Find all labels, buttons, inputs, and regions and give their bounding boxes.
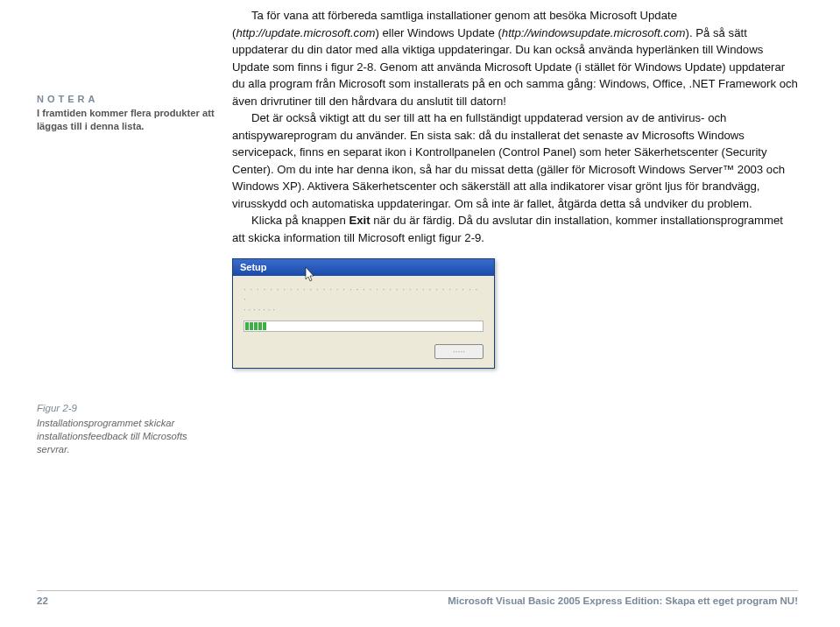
- paragraph-2: Det är också viktigt att du ser till att…: [232, 109, 798, 212]
- dialog-titlebar: Setup: [233, 259, 494, 276]
- dialog-text-2: · · · · · · ·: [244, 305, 484, 314]
- progress-bar: [244, 321, 484, 332]
- dialog-body: · · · · · · · · · · · · · · · · · · · · …: [233, 276, 494, 339]
- figure-text: Installationsprogrammet skickar installa…: [37, 417, 216, 456]
- exit-label: Exit: [349, 214, 370, 227]
- note-box: NOTERA I framtiden kommer flera produkte…: [37, 93, 216, 133]
- note-title: NOTERA: [37, 93, 216, 106]
- page-number: 22: [37, 595, 48, 606]
- page-footer: 22 Microsoft Visual Basic 2005 Express E…: [0, 590, 840, 606]
- body-text: Ta för vana att förbereda samtliga insta…: [232, 7, 798, 246]
- cursor-icon: [305, 267, 317, 283]
- dialog-text-1: · · · · · · · · · · · · · · · · · · · · …: [244, 285, 484, 304]
- paragraph-1: Ta för vana att förbereda samtliga insta…: [232, 7, 798, 109]
- sidebar: NOTERA I framtiden kommer flera produkte…: [0, 0, 232, 369]
- footer-title: Microsoft Visual Basic 2005 Express Edit…: [448, 595, 798, 606]
- paragraph-3: Klicka på knappen Exit när du är färdig.…: [232, 212, 798, 246]
- note-text: I framtiden kommer flera produkter att l…: [37, 107, 216, 133]
- dialog-button[interactable]: ·····: [434, 344, 484, 359]
- main-content: Ta för vana att förbereda samtliga insta…: [232, 0, 840, 369]
- figure-title: Figur 2-9: [37, 402, 216, 416]
- setup-dialog: Setup · · · · · · · · · · · · · · · · · …: [232, 258, 495, 369]
- dialog-title-text: Setup: [240, 262, 267, 272]
- progress-fill: [245, 322, 266, 330]
- setup-dialog-figure: Setup · · · · · · · · · · · · · · · · · …: [232, 258, 495, 369]
- footer-rule: [37, 590, 798, 591]
- link-update: http://update.microsoft.com: [236, 26, 375, 39]
- figure-caption: Figur 2-9 Installationsprogrammet skicka…: [0, 402, 232, 456]
- dialog-button-row: ·····: [233, 339, 494, 368]
- link-windowsupdate: http://windowsupdate.microsoft.com: [502, 26, 686, 39]
